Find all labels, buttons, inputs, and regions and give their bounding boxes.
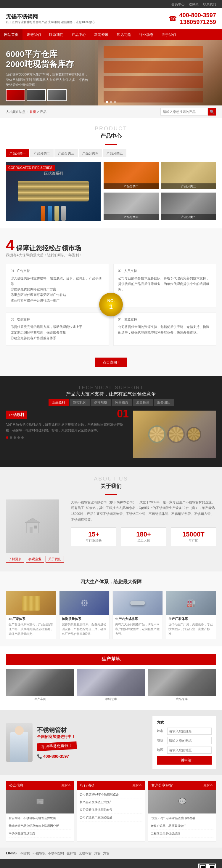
- nav-about2[interactable]: 关于我们: [157, 29, 180, 40]
- recruit-phone-number: 400-800-3597: [43, 754, 69, 759]
- product-title-cn: 产品中心: [6, 132, 216, 140]
- product-tab-5[interactable]: 产品分类五: [103, 149, 126, 157]
- tech-dot-3[interactable]: [13, 436, 16, 439]
- news-item-2-1[interactable]: 公司参加2024年不锈钢展览会: [80, 792, 142, 798]
- form-input-region[interactable]: [167, 747, 212, 754]
- tech-dot-1[interactable]: [6, 436, 8, 439]
- tech-dot-4[interactable]: [18, 436, 20, 439]
- banner-thumb-3[interactable]: [47, 89, 67, 101]
- product-item-1[interactable]: 产品分类二: [104, 162, 159, 189]
- recruitment-section: 不锈钢管材 全国招商加盟进行中！ 手把手带您赚钱！ 📞 400-800-3597…: [0, 710, 222, 775]
- news-item-3-3[interactable]: 工程项目采购优选品牌: [151, 831, 214, 837]
- product-item-label-1: 产品分类二: [104, 183, 159, 189]
- about-title-en: ABOUT US: [6, 476, 216, 482]
- tech-tab-6[interactable]: 服务团队: [154, 399, 174, 406]
- about-divider: [105, 494, 117, 495]
- form-submit-button[interactable]: 一键申请: [157, 756, 212, 765]
- link-1[interactable]: 钢管网: [21, 851, 30, 856]
- phone-number-2[interactable]: 13805971259: [179, 19, 216, 26]
- news-item-3-1[interactable]: "完全不亏" 无锡钢管品质口碑说话: [151, 816, 214, 822]
- nav-home[interactable]: 网站首页: [0, 29, 23, 40]
- form-row-region: 地区: [157, 747, 212, 754]
- about-link-about[interactable]: 关于我们: [45, 556, 64, 563]
- product-item-label-4: 产品分类五: [161, 214, 216, 220]
- tech-tab-1[interactable]: 正品原料: [49, 399, 69, 406]
- search-input[interactable]: [160, 108, 208, 116]
- search-button[interactable]: 🔍: [208, 108, 216, 116]
- form-input-phone[interactable]: [167, 737, 212, 744]
- about-link-more[interactable]: 了解更多: [6, 556, 24, 563]
- topbar-item-1[interactable]: 会员中心: [171, 2, 184, 6]
- base-item-2: 原料仓库: [77, 669, 145, 703]
- form-input-name[interactable]: [167, 727, 212, 735]
- news-more-2[interactable]: 更多>>: [132, 783, 142, 787]
- topbar-item-3[interactable]: 联系我们: [203, 2, 216, 6]
- news-item-2-4[interactable]: 公司扩建新厂房正式落成: [80, 815, 142, 822]
- news-item-1-1[interactable]: 百管网络：不锈钢板与钢管合并发展: [8, 816, 71, 822]
- svg-marker-3: [25, 518, 40, 523]
- banner-title-1: 6000平方仓库: [6, 49, 89, 59]
- tech-tab-2[interactable]: 数控机床: [69, 399, 90, 406]
- link-4[interactable]: 镀锌管: [67, 851, 76, 856]
- news-more-1[interactable]: 更多>>: [61, 783, 71, 787]
- news-content-3: "完全不亏" 无锡钢管品质口碑说话 老客户返单，品质赢得信任 工程项目采购优选品…: [148, 813, 216, 841]
- phone-number[interactable]: 400-800-3597: [179, 12, 216, 19]
- link-5[interactable]: 无缝钢管: [79, 851, 92, 856]
- nav-faq[interactable]: 常见问题: [113, 29, 135, 40]
- news-col-title-3: 客户分享好货 更多>>: [148, 781, 216, 790]
- nav-contact[interactable]: 联系我们: [45, 29, 67, 40]
- news-item-3-2[interactable]: 老客户返单，品质赢得信任: [151, 824, 214, 830]
- links-section: LINKS 钢管网 不锈钢板 不锈钢型材 镀锌管 无缝钢管 焊管 方管: [0, 847, 222, 859]
- dot-1[interactable]: [106, 101, 108, 103]
- adv-label-4: 资源支持: [124, 317, 137, 321]
- tech-dot-2[interactable]: [10, 436, 12, 439]
- news-item-1-3[interactable]: 不锈钢管业市场动态: [8, 831, 71, 837]
- tech-dot-5[interactable]: [21, 436, 24, 439]
- breadcrumb-home[interactable]: 首页: [30, 110, 36, 114]
- nav-about[interactable]: 走进我们: [23, 29, 45, 40]
- prod-sys-img-1: [6, 591, 56, 615]
- product-tab-2[interactable]: 产品分类二: [30, 149, 54, 157]
- tech-tab-4[interactable]: 完善物流: [112, 399, 132, 406]
- news-item-2-3[interactable]: 公司荣获优质供应商称号: [80, 808, 142, 814]
- nav-industry[interactable]: 行业动态: [135, 29, 157, 40]
- link-2[interactable]: 不锈钢板: [33, 851, 45, 856]
- product-item-4[interactable]: 产品分类五: [161, 192, 216, 220]
- news-more-3[interactable]: 更多>>: [203, 783, 213, 787]
- product-item-3[interactable]: 产品分类四: [104, 192, 159, 220]
- about-right: 无锡不锈钢管业有限公司（以下简称本公司），成立于2009年，是一家专业生产不锈钢…: [71, 499, 216, 563]
- link-6[interactable]: 焊管: [94, 851, 101, 856]
- adv-title-1: 01 广告支持: [11, 269, 104, 273]
- product-tab-3[interactable]: 产品分类三: [55, 149, 78, 157]
- banner-thumb-1[interactable]: [6, 89, 25, 101]
- tech-tab-5[interactable]: 质量检测: [133, 399, 153, 406]
- adv-subtitle: 我拥有4大保障的强大盾！让我们可以一年盈利！: [6, 253, 216, 258]
- about-link-visit[interactable]: 参观企业: [26, 556, 44, 563]
- product-tab-1[interactable]: 产品分类一: [6, 149, 29, 157]
- topbar-item-2[interactable]: 收藏夹: [189, 2, 199, 6]
- adv-number: 4: [6, 237, 14, 253]
- product-item-2[interactable]: 产品分类三: [161, 162, 216, 189]
- prod-sys-label-3: 生产六大规格系: [113, 615, 162, 622]
- qr-code-container: [198, 864, 216, 868]
- technical-section: TECHNICAL SUPPORT 产品六大技术支持，让您有底气遥领低竞争 正品…: [0, 376, 222, 467]
- banner-thumb-2[interactable]: [27, 89, 46, 101]
- product-tab-4[interactable]: 产品分类四: [79, 149, 102, 157]
- news-item-1-2[interactable]: 无锡钢管产品介绍及价格上涨原因分析: [8, 824, 71, 830]
- link-3[interactable]: 不锈钢型材: [48, 851, 64, 856]
- svg-rect-2: [34, 526, 37, 528]
- dot-3[interactable]: [114, 101, 116, 103]
- tech-tab-3[interactable]: 多样规格: [91, 399, 111, 406]
- news-item-2-2[interactable]: 新产品研发成功正式投产: [80, 800, 142, 806]
- banner-dots: [106, 101, 116, 103]
- dot-2[interactable]: [110, 101, 112, 103]
- news-col-2: 行行动动 更多>> 公司参加2024年不锈钢展览会 新产品研发成功正式投产 公司…: [77, 781, 145, 842]
- nav-news[interactable]: 新闻资讯: [90, 29, 113, 40]
- nav-products[interactable]: 产品中心: [67, 29, 90, 40]
- breadcrumb-current: 产品: [40, 110, 46, 114]
- news-img-1: 📰: [6, 790, 74, 813]
- link-7[interactable]: 方管: [103, 851, 109, 856]
- medal: NO. 1: [99, 293, 123, 316]
- prod-sys-desc-4: 现代化生产厂房，先进设备，专业技术团队，打造行业一流生产标准。: [166, 622, 216, 639]
- adv-more-button[interactable]: 点击查阅+: [95, 358, 126, 367]
